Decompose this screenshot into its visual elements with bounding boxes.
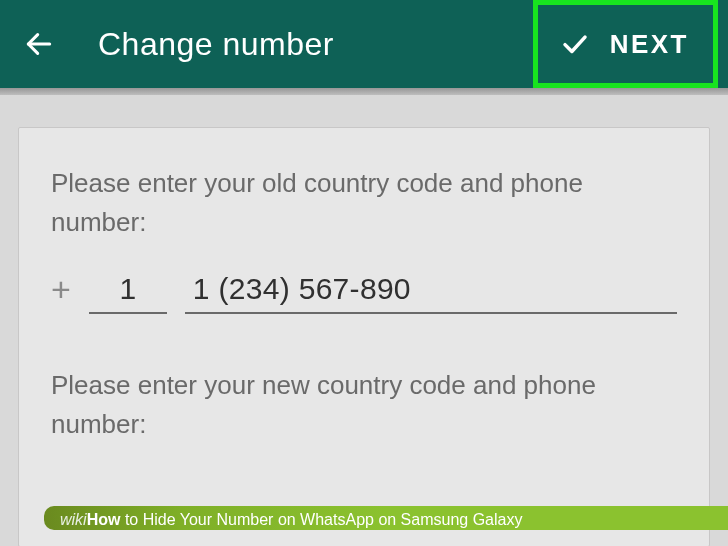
old-number-row: + [51,268,677,314]
old-number-prompt: Please enter your old country code and p… [51,164,677,242]
page-title: Change number [98,26,334,63]
app-bar-shadow [0,88,728,95]
old-country-code-input[interactable] [89,268,167,314]
plus-icon: + [51,270,71,309]
old-phone-number-input[interactable] [185,268,677,314]
back-arrow-icon[interactable] [20,25,58,63]
app-bar: Change number NEXT [0,0,728,88]
check-icon [558,27,592,61]
content-area: Please enter your old country code and p… [0,95,728,546]
next-button[interactable]: NEXT [533,0,718,88]
form-card: Please enter your old country code and p… [18,127,710,546]
new-number-prompt: Please enter your new country code and p… [51,366,677,444]
next-label: NEXT [610,29,689,60]
